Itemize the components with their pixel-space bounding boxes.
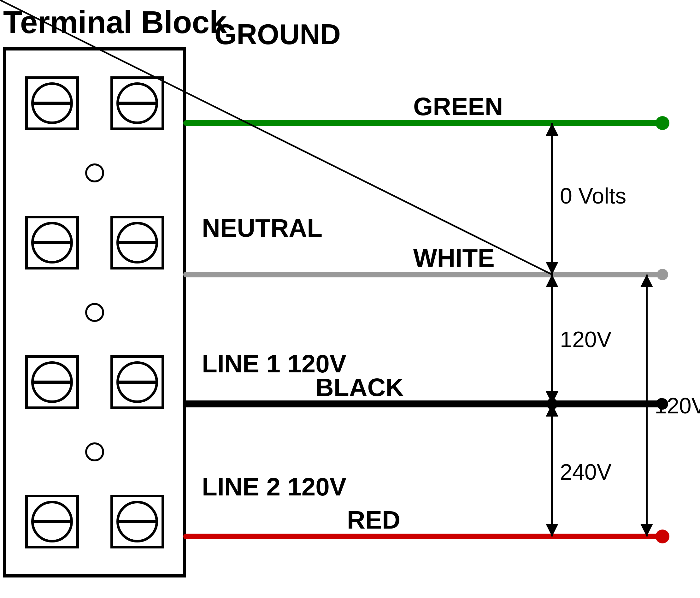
neutral-label: NEUTRAL <box>202 214 322 242</box>
line1-label: LINE 1 120V <box>202 350 346 378</box>
terminal-row-line2 <box>9 475 180 568</box>
svg-point-35 <box>657 398 668 410</box>
terminal-row-line1 <box>9 336 180 429</box>
volts-120v-right-label: 120V <box>655 393 700 418</box>
volts-120v-left-label: 120V <box>560 327 612 352</box>
svg-point-37 <box>546 398 558 410</box>
terminal-row-hole-1 <box>9 150 180 196</box>
page-title: Terminal Block <box>3 6 227 38</box>
svg-marker-28 <box>641 274 653 287</box>
screw-neutral-right <box>110 216 164 269</box>
terminal-row-hole-2 <box>9 289 180 335</box>
screw-ground-left <box>25 76 79 130</box>
screw-neutral-left <box>25 216 79 269</box>
diagram-container: Terminal Block <box>0 0 700 598</box>
terminal-block <box>3 47 186 577</box>
line2-label: LINE 2 120V <box>202 473 346 501</box>
svg-point-36 <box>655 529 669 544</box>
screw-line2-left <box>25 495 79 548</box>
svg-marker-23 <box>546 262 558 274</box>
svg-point-34 <box>657 269 668 280</box>
green-wire-label: GREEN <box>413 93 503 121</box>
screw-line1-left <box>25 355 79 409</box>
black-wire-label: BLACK <box>316 373 404 401</box>
hole-2 <box>85 303 104 322</box>
ground-label: GROUND <box>215 19 341 50</box>
svg-marker-31 <box>546 404 558 416</box>
svg-marker-22 <box>546 123 558 136</box>
screw-ground-right <box>110 76 164 130</box>
svg-point-33 <box>655 116 669 130</box>
hole-1 <box>85 164 104 183</box>
svg-marker-26 <box>546 391 558 404</box>
terminal-row-ground <box>9 57 180 150</box>
white-wire-label: WHITE <box>413 244 495 272</box>
svg-marker-32 <box>546 524 558 536</box>
screw-line2-right <box>110 495 164 548</box>
volts-240v-label: 240V <box>560 460 612 484</box>
svg-marker-25 <box>546 274 558 287</box>
screw-line1-right <box>110 355 164 409</box>
terminal-row-neutral <box>9 196 180 289</box>
svg-marker-29 <box>641 524 653 536</box>
terminal-row-hole-3 <box>9 429 180 475</box>
hole-3 <box>85 442 104 461</box>
volts-0-label: 0 Volts <box>560 184 626 208</box>
red-wire-label: RED <box>347 506 400 534</box>
